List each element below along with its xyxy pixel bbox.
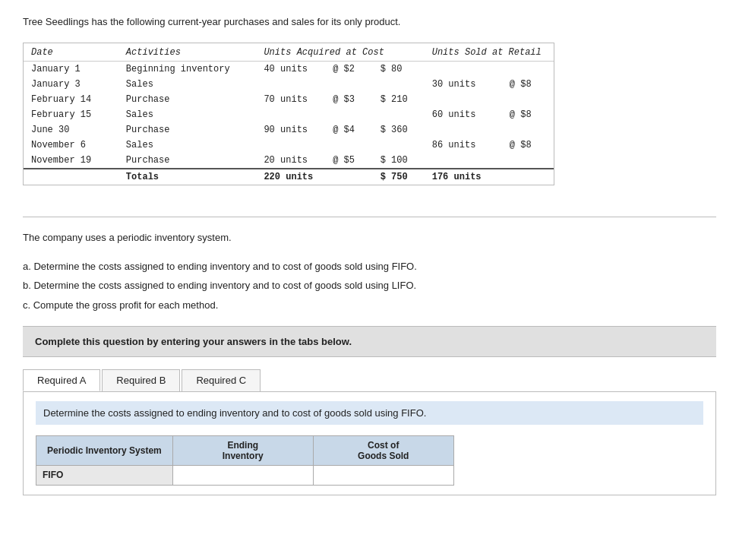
cell-at — [325, 77, 372, 92]
cell-activity: Purchase — [118, 92, 257, 107]
cell-date: February 15 — [24, 107, 118, 122]
table-row: January 1 Beginning inventory 40 units @… — [24, 62, 554, 78]
answer-label: FIFO — [36, 465, 173, 485]
instruction-b: b. Determine the costs assigned to endin… — [23, 277, 716, 294]
cell-retail — [502, 62, 554, 78]
cell-units-acq — [256, 138, 325, 153]
cell-units-sold: 60 units — [425, 107, 502, 122]
cell-date — [24, 169, 118, 185]
cell-date: June 30 — [24, 122, 118, 138]
question-box: Complete this question by entering your … — [23, 326, 716, 357]
cell-activity: Purchase — [118, 153, 257, 169]
tab-content: Determine the costs assigned to ending i… — [23, 391, 716, 495]
cell-retail: @ $8 — [502, 107, 554, 122]
cell-units-sold: 30 units — [425, 77, 502, 92]
answer-col3-header: Cost ofGoods Sold — [313, 435, 453, 465]
cell-retail — [502, 122, 554, 138]
answer-col2-header: EndingInventory — [172, 435, 313, 465]
tab-required-b[interactable]: Required B — [102, 369, 180, 391]
instruction-c: c. Compute the gross profit for each met… — [23, 297, 716, 314]
cell-activity: Totals — [118, 169, 257, 185]
cell-cost — [373, 138, 425, 153]
cell-units-sold — [425, 62, 502, 78]
tab-required-c[interactable]: Required C — [182, 369, 261, 391]
col-header-date: Date — [24, 43, 118, 62]
data-table: Date Activities Units Acquired at Cost U… — [24, 43, 554, 185]
instructions: a. Determine the costs assigned to endin… — [23, 258, 716, 313]
answer-col1-header: Periodic Inventory System — [36, 435, 173, 465]
cell-activity: Sales — [118, 77, 257, 92]
tabs-row: Required ARequired BRequired C — [23, 369, 716, 391]
cell-retail — [502, 92, 554, 107]
section-divider-1 — [23, 217, 716, 217]
tabs-section: Required ARequired BRequired C Determine… — [23, 369, 716, 495]
cell-cost: $ 210 — [373, 92, 425, 107]
cell-activity: Sales — [118, 107, 257, 122]
cell-units-acq: 220 units — [256, 169, 325, 185]
cell-units-acq: 20 units — [256, 153, 325, 169]
ending-inventory-input[interactable] — [179, 469, 307, 482]
col-header-units-acquired: Units Acquired at Cost — [256, 43, 424, 62]
cell-activity: Purchase — [118, 122, 257, 138]
answer-body: FIFO — [36, 465, 454, 485]
cell-at — [325, 169, 372, 185]
table-row: Totals 220 units $ 750 176 units — [24, 169, 554, 185]
question-box-text: Complete this question by entering your … — [35, 336, 352, 347]
cell-cost: $ 750 — [373, 169, 425, 185]
data-table-wrapper: Date Activities Units Acquired at Cost U… — [23, 43, 554, 185]
cell-date: January 3 — [24, 77, 118, 92]
cell-at: @ $3 — [325, 92, 372, 107]
instruction-a: a. Determine the costs assigned to endin… — [23, 258, 716, 275]
cell-retail — [502, 169, 554, 185]
cell-cost — [373, 77, 425, 92]
table-row: November 6 Sales 86 units @ $8 — [24, 138, 554, 153]
cell-at: @ $2 — [325, 62, 372, 78]
table-row: November 19 Purchase 20 units @ $5 $ 100 — [24, 153, 554, 169]
cell-at: @ $5 — [325, 153, 372, 169]
tab-a-description: Determine the costs assigned to ending i… — [36, 401, 703, 425]
cell-units-sold — [425, 92, 502, 107]
table-row: June 30 Purchase 90 units @ $4 $ 360 — [24, 122, 554, 138]
table-row: January 3 Sales 30 units @ $8 — [24, 77, 554, 92]
cell-date: February 14 — [24, 92, 118, 107]
cell-date: November 6 — [24, 138, 118, 153]
answer-table: Periodic Inventory System EndingInventor… — [36, 435, 454, 486]
cell-units-sold: 86 units — [425, 138, 502, 153]
intro-text: Tree Seedlings has the following current… — [23, 15, 716, 29]
table-body: January 1 Beginning inventory 40 units @… — [24, 62, 554, 185]
col-header-activities: Activities — [118, 43, 257, 62]
cell-cost: $ 100 — [373, 153, 425, 169]
cell-units-sold: 176 units — [425, 169, 502, 185]
cell-cost: $ 360 — [373, 122, 425, 138]
cell-retail — [502, 153, 554, 169]
cell-units-acq: 90 units — [256, 122, 325, 138]
cell-date: November 19 — [24, 153, 118, 169]
cell-activity: Sales — [118, 138, 257, 153]
answer-row: FIFO — [36, 465, 454, 485]
cell-units-sold — [425, 122, 502, 138]
cost-of-goods-sold-input[interactable] — [320, 469, 447, 482]
table-row: February 14 Purchase 70 units @ $3 $ 210 — [24, 92, 554, 107]
page-container: Tree Seedlings has the following current… — [0, 0, 739, 511]
cell-retail: @ $8 — [502, 138, 554, 153]
cell-at: @ $4 — [325, 122, 372, 138]
cell-units-acq: 40 units — [256, 62, 325, 78]
ending-inventory-cell[interactable] — [172, 465, 313, 485]
periodic-note: The company uses a periodic inventory sy… — [23, 231, 716, 245]
cell-at — [325, 138, 372, 153]
cell-at — [325, 107, 372, 122]
col-header-units-sold: Units Sold at Retail — [425, 43, 554, 62]
cell-date: January 1 — [24, 62, 118, 78]
cell-activity: Beginning inventory — [118, 62, 257, 78]
cell-cost — [373, 107, 425, 122]
cell-units-acq: 70 units — [256, 92, 325, 107]
table-row: February 15 Sales 60 units @ $8 — [24, 107, 554, 122]
cell-units-sold — [425, 153, 502, 169]
answer-table-wrapper: Periodic Inventory System EndingInventor… — [36, 435, 703, 486]
cell-retail: @ $8 — [502, 77, 554, 92]
tab-required-a[interactable]: Required A — [23, 369, 100, 391]
cell-units-acq — [256, 107, 325, 122]
cost-of-goods-sold-cell[interactable] — [313, 465, 453, 485]
cell-units-acq — [256, 77, 325, 92]
cell-cost: $ 80 — [373, 62, 425, 78]
